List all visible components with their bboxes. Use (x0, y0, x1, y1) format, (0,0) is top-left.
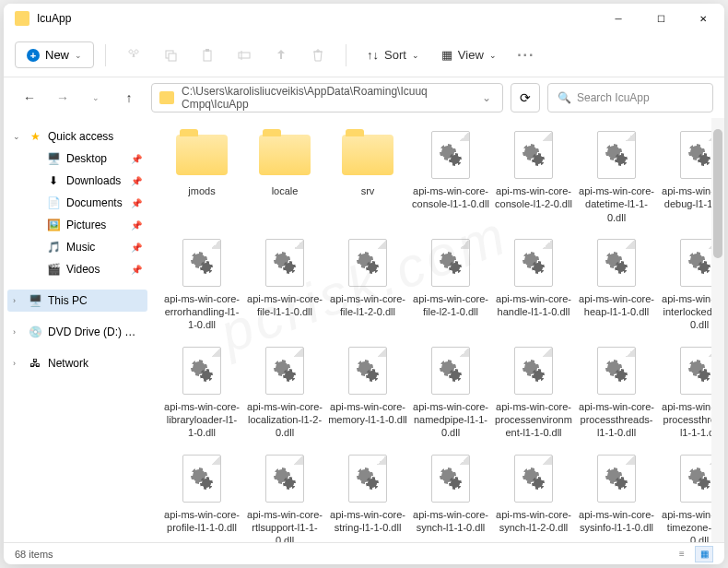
file-list[interactable]: jmodslocalesrvapi-ms-win-core-console-l1… (151, 118, 724, 542)
chevron-down-icon: ⌄ (75, 51, 82, 60)
nav-icon: 🎵 (46, 240, 61, 254)
dll-icon (265, 239, 304, 287)
file-item[interactable]: api-ms-win-core-console-l1-1-0.dll (411, 129, 490, 224)
pin-icon: 📌 (131, 198, 142, 208)
refresh-button[interactable]: ⟳ (511, 83, 540, 112)
item-count: 68 items (15, 549, 53, 560)
sidebar-item-label: Pictures (66, 219, 125, 231)
file-item[interactable]: api-ms-win-core-handle-l1-1-0.dll (494, 237, 573, 332)
dll-icon (597, 239, 636, 287)
dll-icon (514, 347, 553, 395)
sort-menu[interactable]: ↑↓ Sort ⌄ (358, 42, 429, 67)
chevron-down-icon[interactable]: ⌄ (478, 91, 495, 104)
view-menu[interactable]: ▦ View ⌄ (432, 42, 506, 67)
sidebar-item-downloads[interactable]: ⬇Downloads📌 (26, 170, 147, 192)
forward-button[interactable]: → (48, 83, 77, 112)
icons-view-button[interactable]: ▦ (695, 546, 713, 562)
file-item[interactable]: api-ms-win-core-namedpipe-l1-1-0.dll (411, 345, 490, 440)
file-item[interactable]: api-ms-win-core-processenvironment-l1-1-… (494, 345, 573, 440)
file-name: api-ms-win-core-console-l1-2-0.dll (494, 184, 573, 211)
separator (346, 44, 346, 66)
search-icon: 🔍 (558, 91, 571, 104)
chevron-right-icon: › (13, 296, 22, 305)
file-name: api-ms-win-core-console-l1-1-0.dll (411, 184, 490, 211)
rename-button[interactable] (228, 41, 261, 70)
file-item[interactable]: api-ms-win-core-file-l1-2-0.dll (328, 237, 407, 332)
copy-button[interactable] (154, 41, 187, 70)
minimize-button[interactable]: ─ (597, 4, 640, 33)
address-field[interactable]: C:\Users\karolisliucveikis\AppData\Roami… (151, 83, 503, 112)
file-item[interactable]: api-ms-win-core-string-l1-1-0.dll (328, 453, 407, 542)
network[interactable]: › 🖧 Network (7, 352, 147, 374)
file-item[interactable]: api-ms-win-core-processthreads-l1-1-0.dl… (577, 345, 656, 440)
file-item[interactable]: api-ms-win-core-sysinfo-l1-1-0.dll (577, 453, 656, 542)
pin-icon: 📌 (131, 154, 142, 164)
scrollbar[interactable] (711, 118, 724, 542)
dvd-drive[interactable]: › 💿 DVD Drive (D:) CCCC (7, 321, 147, 343)
file-item[interactable]: api-ms-win-core-file-l1-1-0.dll (245, 237, 324, 332)
dll-icon (265, 347, 304, 395)
details-view-button[interactable]: ≡ (673, 546, 691, 562)
dvd-label: DVD Drive (D:) CCCC (48, 325, 142, 338)
folder-item[interactable]: jmods (162, 129, 241, 224)
dll-icon (597, 131, 636, 179)
search-input[interactable]: 🔍 Search IcuApp (547, 83, 713, 112)
share-button[interactable] (264, 41, 298, 70)
svg-rect-2 (204, 51, 211, 61)
quick-access-label: Quick access (48, 130, 142, 143)
folder-item[interactable]: srv (328, 129, 407, 224)
back-button[interactable]: ← (15, 83, 44, 112)
titlebar[interactable]: IcuApp ─ ☐ ✕ (4, 4, 724, 33)
maximize-button[interactable]: ☐ (640, 4, 682, 33)
file-item[interactable]: api-ms-win-core-synch-l1-2-0.dll (494, 453, 573, 542)
file-item[interactable]: api-ms-win-core-libraryloader-l1-1-0.dll (162, 345, 241, 440)
file-item[interactable]: api-ms-win-core-synch-l1-1-0.dll (411, 453, 490, 542)
dll-icon (431, 131, 470, 179)
up-button[interactable]: ↑ (114, 83, 144, 112)
sidebar-item-desktop[interactable]: 🖥️Desktop📌 (26, 148, 147, 170)
sidebar-item-pictures[interactable]: 🖼️Pictures📌 (26, 214, 147, 236)
file-name: api-ms-win-core-namedpipe-l1-1-0.dll (411, 400, 490, 440)
this-pc-label: This PC (48, 294, 142, 307)
dll-icon (182, 455, 221, 503)
file-item[interactable]: api-ms-win-core-memory-l1-1-0.dll (328, 345, 407, 440)
dll-icon (348, 455, 387, 503)
file-item[interactable]: api-ms-win-core-profile-l1-1-0.dll (162, 453, 241, 542)
file-item[interactable]: api-ms-win-core-file-l2-1-0.dll (411, 237, 490, 332)
dll-icon (348, 239, 387, 287)
file-item[interactable]: api-ms-win-core-localization-l1-2-0.dll (245, 345, 324, 440)
file-item[interactable]: api-ms-win-core-datetime-l1-1-0.dll (577, 129, 656, 224)
sidebar-item-videos[interactable]: 🎬Videos📌 (26, 258, 147, 280)
this-pc[interactable]: › 🖥️ This PC (7, 290, 147, 312)
dll-icon (265, 455, 304, 503)
quick-access[interactable]: ⌄ ★ Quick access (7, 125, 147, 148)
file-item[interactable]: api-ms-win-core-rtlsupport-l1-1-0.dll (245, 453, 324, 542)
new-label: New (45, 48, 69, 62)
dll-icon (348, 347, 387, 395)
recent-locations-button[interactable]: ⌄ (81, 83, 111, 112)
window-controls: ─ ☐ ✕ (597, 4, 724, 33)
file-name: api-ms-win-core-synch-l1-2-0.dll (494, 508, 573, 535)
scrollbar-thumb[interactable] (713, 129, 722, 258)
sidebar-item-documents[interactable]: 📄Documents📌 (26, 192, 147, 214)
delete-button[interactable] (301, 41, 335, 70)
pin-icon: 📌 (131, 176, 142, 186)
new-button[interactable]: + New ⌄ (15, 41, 94, 68)
file-item[interactable]: api-ms-win-core-errorhandling-l1-1-0.dll (162, 237, 241, 332)
dll-icon (182, 347, 221, 395)
file-name: api-ms-win-core-handle-l1-1-0.dll (494, 292, 573, 319)
file-item[interactable]: api-ms-win-core-heap-l1-1-0.dll (577, 237, 656, 332)
sidebar-item-music[interactable]: 🎵Music📌 (26, 236, 147, 258)
network-icon: 🖧 (28, 356, 42, 371)
file-item[interactable]: api-ms-win-core-console-l1-2-0.dll (494, 129, 573, 224)
cut-button[interactable] (117, 41, 150, 70)
dll-icon (597, 347, 636, 395)
more-options-button[interactable]: ··· (510, 41, 543, 70)
close-button[interactable]: ✕ (682, 4, 724, 33)
folder-icon (259, 135, 311, 175)
dll-icon (514, 455, 553, 503)
folder-item[interactable]: locale (245, 129, 324, 224)
pin-icon: 📌 (131, 243, 142, 253)
paste-button[interactable] (191, 41, 224, 70)
chevron-right-icon: › (13, 327, 22, 337)
